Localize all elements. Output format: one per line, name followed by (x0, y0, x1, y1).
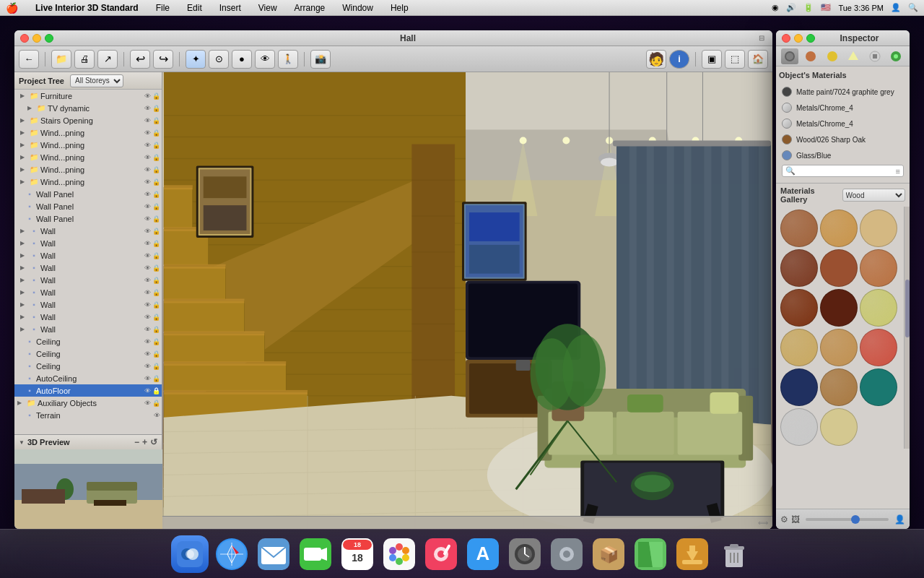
eye-icon[interactable]: 👁 (144, 105, 151, 112)
eye-icon[interactable]: 👁 (144, 228, 151, 235)
gallery-swatch-11[interactable] (860, 329, 897, 366)
tree-item-wall9[interactable]: ▶ ▪ Wall 👁 🔒 (14, 323, 162, 335)
tree-item-autoceiling[interactable]: ▪ AutoCeiling 👁 🔒 (14, 372, 162, 384)
view-2d-button[interactable]: ▣ (702, 50, 722, 69)
menu-window[interactable]: Window (339, 1, 376, 14)
gallery-swatch-4[interactable] (820, 249, 858, 287)
lock-icon[interactable]: 🔒 (152, 326, 160, 333)
view-3d-button[interactable]: ⬚ (725, 50, 745, 69)
gallery-swatch-3[interactable] (780, 249, 818, 287)
viewport[interactable]: ⟺ (162, 72, 772, 529)
gallery-swatch-5[interactable] (860, 249, 897, 287)
print-button[interactable]: 🖨 (74, 50, 95, 69)
dock-item-app[interactable]: 📦 (590, 535, 627, 573)
tree-item-auxiliary[interactable]: ▶ 📁 Auxiliary Objects 👁 🔒 (14, 397, 162, 409)
storeys-select[interactable]: All Storeys (70, 74, 123, 87)
eye-icon[interactable]: 👁 (144, 154, 151, 161)
lock-icon[interactable]: 🔒 (152, 387, 160, 394)
material-row-3[interactable]: Metals/Chrome_4 (779, 116, 907, 131)
inspector-tab-6[interactable] (887, 48, 905, 64)
tree-item-wall7[interactable]: ▶ ▪ Wall 👁 🔒 (14, 298, 162, 311)
tree-item-ceiling1[interactable]: ▪ Ceiling 👁 🔒 (14, 335, 162, 348)
inspector-tab-2[interactable] (802, 48, 819, 64)
inspector-tab-5[interactable] (866, 48, 884, 64)
eye-icon[interactable]: 👁 (144, 215, 151, 223)
lock-icon[interactable]: 🔒 (152, 129, 160, 137)
zoom-in-btn[interactable]: + (142, 437, 147, 447)
gallery-category-select[interactable]: Wood Metal Glass Fabric (842, 189, 905, 202)
language-icon[interactable]: 🇺🇸 (821, 3, 831, 12)
gallery-swatch-7[interactable] (820, 289, 858, 327)
inspector-close-button[interactable] (782, 34, 790, 43)
tree-item-wall3[interactable]: ▶ ▪ Wall 👁 🔒 (14, 249, 162, 262)
dock-item-appstore[interactable]: A (464, 535, 502, 573)
lock-icon[interactable]: 🔒 (152, 289, 160, 296)
dock-item-maps[interactable] (632, 535, 669, 573)
gallery-swatch-12[interactable] (780, 368, 818, 406)
tree-list[interactable]: ▶ 📁 Furniture 👁 🔒 ▶ 📁 TV dynamic (14, 90, 162, 434)
dock-item-timemachine[interactable] (506, 535, 544, 573)
gallery-swatch-9[interactable] (780, 329, 818, 366)
dock-item-safari[interactable] (213, 535, 250, 573)
dock-item-finder[interactable] (171, 535, 209, 573)
material-row-5[interactable]: Glass/Blue (779, 147, 907, 163)
eye-icon[interactable]: 👁 (144, 289, 151, 296)
lock-icon[interactable]: 🔒 (152, 105, 160, 112)
eye-icon[interactable]: 👁 (144, 129, 151, 137)
gallery-swatch-0[interactable] (780, 210, 818, 247)
eye-icon[interactable]: 👁 (144, 240, 151, 247)
snapshot-button[interactable]: 📸 (310, 50, 331, 69)
user-icon[interactable]: 👤 (891, 3, 901, 12)
eye-icon[interactable]: 👁 (144, 326, 151, 333)
menu-edit[interactable]: Edit (184, 1, 205, 14)
search-input[interactable] (796, 167, 896, 175)
settings-icon[interactable]: ⚙ (780, 514, 788, 525)
tree-item-wall8[interactable]: ▶ ▪ Wall 👁 🔒 (14, 311, 162, 323)
tree-item-window2[interactable]: ▶ 📁 Wind...pning 👁 🔒 (14, 139, 162, 151)
close-button[interactable] (20, 34, 29, 43)
volume-icon[interactable]: 🔊 (786, 3, 796, 12)
tree-item-tv[interactable]: ▶ 📁 TV dynamic 👁 🔒 (14, 102, 162, 114)
app-name[interactable]: Live Interior 3D Standard (32, 1, 141, 14)
gallery-swatch-1[interactable] (820, 210, 858, 247)
gallery-scrollbar[interactable] (904, 207, 910, 449)
inspector-tab-4[interactable] (845, 48, 862, 64)
eye-icon[interactable]: 👁 (144, 166, 151, 173)
tree-item-window1[interactable]: ▶ 📁 Wind...pning 👁 🔒 (14, 126, 162, 139)
eye-icon[interactable]: 👁 (144, 387, 151, 394)
lock-icon[interactable]: 🔒 (152, 240, 160, 247)
lock-icon[interactable]: 🔒 (152, 166, 160, 173)
eye-icon[interactable]: 👁 (144, 178, 151, 186)
battery-icon[interactable]: 🔋 (803, 3, 814, 12)
redo-button[interactable]: ↪ (153, 50, 173, 69)
dock-item-itunes[interactable] (422, 535, 460, 573)
tree-item-autofloor[interactable]: ▪ AutoFloor 👁 🔒 (14, 384, 162, 397)
gallery-swatch-6[interactable] (780, 289, 818, 327)
lock-icon[interactable]: 🔒 (152, 400, 160, 407)
eye-icon[interactable]: 👁 (144, 350, 151, 358)
lock-icon[interactable]: 🔒 (152, 350, 160, 358)
eye-icon[interactable]: 👁 (144, 277, 151, 284)
eye-button[interactable]: 👁 (255, 50, 275, 69)
tree-item-wall2[interactable]: ▶ ▪ Wall 👁 🔒 (14, 237, 162, 249)
circle-button[interactable]: ● (232, 50, 252, 69)
eye-icon[interactable]: 👁 (144, 400, 151, 407)
undo-button[interactable]: ↩ (130, 50, 150, 69)
gallery-swatch-15[interactable] (780, 408, 818, 446)
tree-item-ceiling2[interactable]: ▪ Ceiling 👁 🔒 (14, 348, 162, 360)
back-button[interactable]: ← (19, 50, 39, 69)
tree-item-furniture[interactable]: ▶ 📁 Furniture 👁 🔒 (14, 90, 162, 102)
select-button[interactable]: ✦ (186, 50, 206, 69)
eye-icon[interactable]: 👁 (144, 301, 151, 309)
inspector-minimize-button[interactable] (794, 34, 803, 43)
inspector-search[interactable]: 🔍 ≡ (782, 165, 904, 177)
lock-icon[interactable]: 🔒 (152, 314, 160, 321)
image-icon[interactable]: 🖼 (791, 514, 800, 525)
dock-item-downloads[interactable] (674, 535, 711, 573)
lock-icon[interactable]: 🔒 (152, 215, 160, 223)
gallery-swatch-16[interactable] (820, 408, 858, 446)
wifi-icon[interactable]: ◉ (772, 3, 779, 12)
tree-item-window3[interactable]: ▶ 📁 Wind...pning 👁 🔒 (14, 151, 162, 163)
gallery-swatch-13[interactable] (820, 368, 858, 406)
eye-icon[interactable]: 👁 (144, 363, 151, 370)
